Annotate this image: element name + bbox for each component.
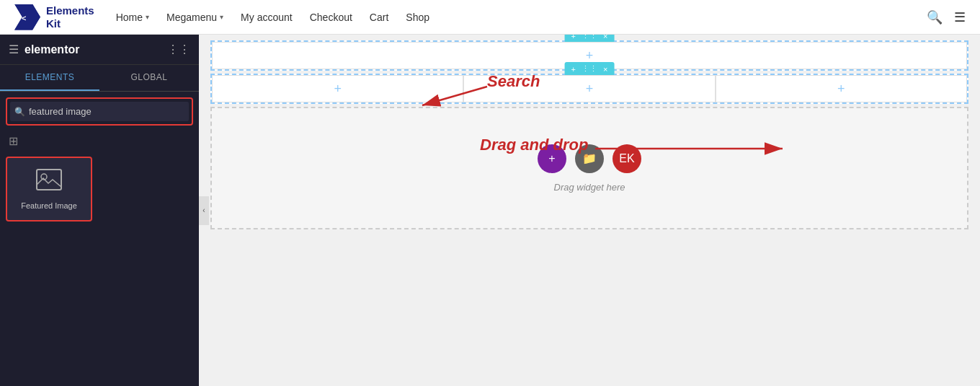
sidebar-topbar-left: ☰ elementor xyxy=(9,43,79,56)
col-add-btn-2-3[interactable]: + xyxy=(837,82,845,97)
add-widget-btn[interactable]: + xyxy=(538,144,566,173)
search-icon[interactable]: 🔍 xyxy=(927,9,943,25)
ek-logo-icon: < xyxy=(14,4,40,30)
add-section-btn-2[interactable]: + xyxy=(569,64,578,74)
logo-text: Elements Kit xyxy=(46,4,94,30)
section-row-2: + ⋮⋮ × + + + xyxy=(210,74,968,104)
header: < Elements Kit Home ▾ Megamenu ▾ My acco… xyxy=(0,0,980,35)
tab-global[interactable]: GLOBAL xyxy=(99,65,199,91)
panel-toggle-icon[interactable]: ⊞ xyxy=(9,134,18,148)
tab-elements[interactable]: ELEMENTS xyxy=(0,65,99,91)
close-section-btn-2[interactable]: × xyxy=(601,64,610,74)
add-section-btn[interactable]: + xyxy=(569,35,578,41)
svg-marker-0 xyxy=(14,4,40,30)
grid-handle-2[interactable]: ⋮⋮ xyxy=(579,63,600,74)
search-icon: 🔍 xyxy=(14,107,25,117)
search-input[interactable] xyxy=(10,102,189,121)
elements-kit-logo: < Elements Kit xyxy=(14,4,94,30)
collapse-sidebar-btn[interactable]: ‹ xyxy=(199,196,209,225)
svg-rect-2 xyxy=(37,170,61,190)
close-section-btn[interactable]: × xyxy=(601,35,610,41)
hamburger-icon[interactable]: ☰ xyxy=(9,43,19,56)
main-nav: Home ▾ Megamenu ▾ My account Checkout Ca… xyxy=(116,12,927,23)
sidebar-tabs: ELEMENTS GLOBAL xyxy=(0,65,199,92)
nav-home[interactable]: Home ▾ xyxy=(116,12,149,23)
section-inner-2: + + + xyxy=(212,75,967,102)
drag-widget-text: Drag widget here xyxy=(554,182,625,193)
widget-label: Featured Image xyxy=(21,201,77,210)
col-2-1: + xyxy=(212,75,463,102)
header-actions: 🔍 ☰ xyxy=(927,9,966,25)
widget-drop-section: + 📁 EK Drag widget here xyxy=(210,107,968,229)
hamburger-menu-icon[interactable]: ☰ xyxy=(954,9,966,25)
widget-drop-content: + 📁 EK Drag widget here xyxy=(212,108,967,228)
col-add-btn-2-2[interactable]: + xyxy=(586,82,594,97)
col-add-btn[interactable]: + xyxy=(586,48,594,63)
logo-brand-line2: Kit xyxy=(46,17,61,30)
widget-drop-icons: + 📁 EK xyxy=(538,144,641,173)
nav-checkout[interactable]: Checkout xyxy=(310,12,352,23)
elementor-sidebar: ☰ elementor ⋮⋮ ELEMENTS GLOBAL 🔍 ⊞ xyxy=(0,35,199,386)
chevron-down-icon: ▾ xyxy=(146,13,149,21)
template-btn[interactable]: 📁 xyxy=(575,144,604,173)
nav-megamenu[interactable]: Megamenu ▾ xyxy=(166,12,223,23)
search-wrapper: 🔍 xyxy=(10,102,189,121)
col-2-3: + xyxy=(716,75,967,102)
main-layout: ☰ elementor ⋮⋮ ELEMENTS GLOBAL 🔍 ⊞ xyxy=(0,35,980,386)
elementor-brand: elementor xyxy=(24,43,79,56)
svg-text:<: < xyxy=(22,14,26,22)
canvas: + ⋮⋮ × + + ⋮⋮ × + + xyxy=(199,35,980,386)
featured-image-widget[interactable]: Featured Image xyxy=(6,157,92,221)
col-2-2: + xyxy=(463,75,715,102)
panel-icon-bar: ⊞ xyxy=(0,131,199,151)
logo-brand: Elements Kit xyxy=(46,4,94,30)
nav-shop[interactable]: Shop xyxy=(406,12,429,23)
chevron-down-icon: ▾ xyxy=(220,13,223,21)
logo-brand-line1: Elements xyxy=(46,4,94,17)
grid-icon[interactable]: ⋮⋮ xyxy=(167,43,190,56)
nav-myaccount[interactable]: My account xyxy=(241,12,293,23)
nav-cart[interactable]: Cart xyxy=(370,12,388,23)
col-add-btn-2-1[interactable]: + xyxy=(334,82,342,97)
widgets-grid: Featured Image xyxy=(0,151,199,227)
sidebar-topbar: ☰ elementor ⋮⋮ xyxy=(0,35,199,65)
featured-image-icon xyxy=(36,169,62,196)
ek-btn[interactable]: EK xyxy=(612,144,641,173)
section-toolbar-2: + ⋮⋮ × xyxy=(565,62,615,76)
grid-handle[interactable]: ⋮⋮ xyxy=(579,35,600,41)
